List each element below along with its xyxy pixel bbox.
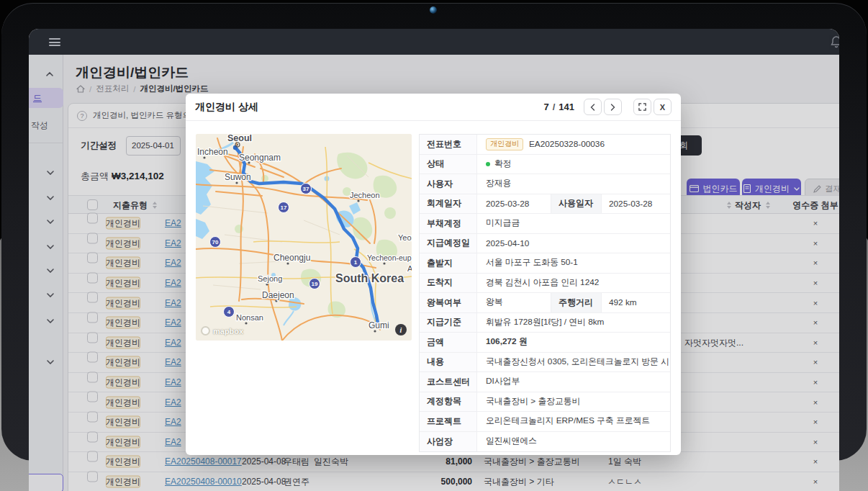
map-label: Suwon xyxy=(225,172,251,182)
road-shield-number: 19 xyxy=(312,281,318,287)
map-label: Sejong xyxy=(258,274,282,283)
map-label: Seongnam xyxy=(239,153,281,163)
detail-value: 106,272 원 xyxy=(477,333,670,352)
detail-value-text: 미지급금 xyxy=(486,217,520,229)
prev-button[interactable] xyxy=(584,99,602,115)
detail-row: 코스트센터DI사업부 xyxy=(420,372,670,392)
detail-value: 국내출장비 > 출장교통비 xyxy=(477,392,670,412)
detail-value-text: 장재용 xyxy=(486,178,511,189)
map-label: Cheongju xyxy=(273,253,310,263)
detail-label: 회계일자 xyxy=(420,194,477,214)
detail-value: 국내출장신청서 0305, 오리온테크놀로지 방문 시 유류비 xyxy=(477,353,670,372)
fullscreen-icon[interactable] xyxy=(633,99,651,115)
detail-value: 2025-03-28 xyxy=(477,194,551,214)
detail-label: 지급기준 xyxy=(420,313,477,333)
detail-label: 내용 xyxy=(420,353,477,372)
detail-value-text: 2025-03-28 xyxy=(486,199,529,209)
detail-row: 도착지경북 김천시 아포읍 인리 1242 xyxy=(420,274,670,294)
app-window: 드 작성 개인경비/법인카드 / 전표처리 / 개인경비/법인카드 ? 개인경비… xyxy=(29,29,839,491)
detail-row: 내용국내출장신청서 0305, 오리온테크놀로지 방문 시 유류비 xyxy=(420,353,670,373)
detail-label: 코스트센터 xyxy=(420,372,477,392)
detail-value-text: 왕복 xyxy=(486,297,503,308)
modal-title: 개인경비 상세 xyxy=(195,101,258,114)
detail-value: 2025-03-28 xyxy=(602,194,670,214)
detail-row: 프로젝트오리온테크놀리지 ERP/MES 구축 프로젝트 xyxy=(420,412,670,432)
pager: 7 / 141 xyxy=(543,102,574,112)
detail-value: 확정 xyxy=(477,155,670,174)
road-shield-number: 1 xyxy=(354,259,358,266)
road-shield-number: 17 xyxy=(281,204,287,211)
detail-label: 도착지 xyxy=(420,274,477,293)
detail-label: 금액 xyxy=(420,333,477,352)
detail-value: 492 km xyxy=(602,293,670,312)
map-label: Seoul xyxy=(227,134,252,143)
detail-value-text: 국내출장비 > 출장교통비 xyxy=(486,396,580,407)
map-label: Daejeon xyxy=(262,290,294,300)
detail-value-text: 국내출장신청서 0305, 오리온테크놀로지 방문 시 유류비 xyxy=(486,356,670,368)
detail-value-text: DI사업부 xyxy=(486,376,520,387)
mapbox-circle-icon xyxy=(201,326,210,335)
detail-row: 계정항목국내출장비 > 출장교통비 xyxy=(420,392,670,413)
detail-value-text: EA20250328-00036 xyxy=(529,139,605,149)
detail-value-text: 106,272 원 xyxy=(486,336,528,348)
map-label: Yeong xyxy=(398,233,412,242)
detail-label: 왕복여부 xyxy=(420,293,477,312)
detail-label: 사용일자 xyxy=(551,194,602,214)
detail-value: 개인경비EA20250328-00036 xyxy=(477,135,670,154)
detail-value: 장재용 xyxy=(477,174,670,194)
map-label: Jecheon xyxy=(350,191,380,199)
map-label: Incheon xyxy=(197,147,228,157)
detail-value-text: 확정 xyxy=(494,158,512,170)
webcam-dot xyxy=(430,6,437,14)
status-dot xyxy=(486,162,490,166)
detail-value-text: 2025-04-10 xyxy=(486,238,529,248)
close-button[interactable]: X xyxy=(654,99,672,115)
detail-label: 프로젝트 xyxy=(420,412,477,431)
detail-value: 일진씨앤에스 xyxy=(477,432,670,452)
detail-value: DI사업부 xyxy=(477,372,670,392)
road-shield-number: 37 xyxy=(303,186,309,192)
road-shield-number: 4 xyxy=(227,309,231,315)
map-label: South Korea xyxy=(335,272,404,284)
detail-label: 부채계정 xyxy=(420,214,477,233)
mapbox-logo[interactable]: mapbox xyxy=(201,326,243,335)
detail-value: 미지급금 xyxy=(477,214,670,233)
road-shield-number: 70 xyxy=(212,239,219,246)
map-info-icon[interactable]: i xyxy=(395,324,407,335)
detail-row: 지급예정일2025-04-10 xyxy=(420,234,670,254)
map-label: Nonsan xyxy=(236,313,263,322)
detail-row: 금액106,272 원 xyxy=(420,333,670,353)
detail-label: 상태 xyxy=(420,155,477,174)
detail-table: 전표번호개인경비EA20250328-00036상태확정사용자장재용회계일자20… xyxy=(419,134,671,452)
detail-value: 휘발유 1728원[1ℓ당] / 연비 8km xyxy=(477,313,670,333)
detail-row: 전표번호개인경비EA20250328-00036 xyxy=(420,135,670,155)
detail-label: 전표번호 xyxy=(420,135,477,154)
map-label: Gumi xyxy=(369,320,389,330)
pager-total: 141 xyxy=(559,102,574,112)
expense-type-badge: 개인경비 xyxy=(486,138,523,150)
detail-row: 왕복여부왕복주행거리492 km xyxy=(420,293,670,313)
detail-value-text: 휘발유 1728원[1ℓ당] / 연비 8km xyxy=(486,317,604,328)
detail-row: 회계일자2025-03-28사용일자2025-03-28 xyxy=(420,194,670,215)
detail-value: 왕복 xyxy=(477,293,551,312)
detail-label: 사용자 xyxy=(420,174,477,194)
map-label: Yecheon-eup xyxy=(367,253,412,262)
detail-row: 출발지서울 마포구 도화동 50-1 xyxy=(420,253,670,274)
detail-row: 부채계정미지급금 xyxy=(420,214,670,234)
detail-value-text: 서울 마포구 도화동 50-1 xyxy=(486,257,578,269)
detail-row: 지급기준휘발유 1728원[1ℓ당] / 연비 8km xyxy=(420,313,670,333)
map-label: A xyxy=(407,264,412,273)
detail-value: 오리온테크놀리지 ERP/MES 구축 프로젝트 xyxy=(477,412,670,431)
detail-label: 주행거리 xyxy=(551,293,602,312)
next-button[interactable] xyxy=(604,99,622,115)
detail-label: 계정항목 xyxy=(420,392,477,412)
expense-detail-modal: 개인경비 상세 7 / 141 X xyxy=(186,94,681,455)
detail-value: 2025-04-10 xyxy=(477,234,670,253)
route-map[interactable]: 3717701194SeoulIncheonSeongnamSuwonJeche… xyxy=(196,134,412,341)
detail-row: 사업장일진씨앤에스 xyxy=(420,432,670,452)
detail-label: 출발지 xyxy=(420,253,477,273)
modal-header: 개인경비 상세 7 / 141 X xyxy=(186,94,681,121)
detail-label: 지급예정일 xyxy=(420,234,477,253)
pager-current: 7 xyxy=(543,102,548,112)
detail-row: 상태확정 xyxy=(420,155,670,175)
